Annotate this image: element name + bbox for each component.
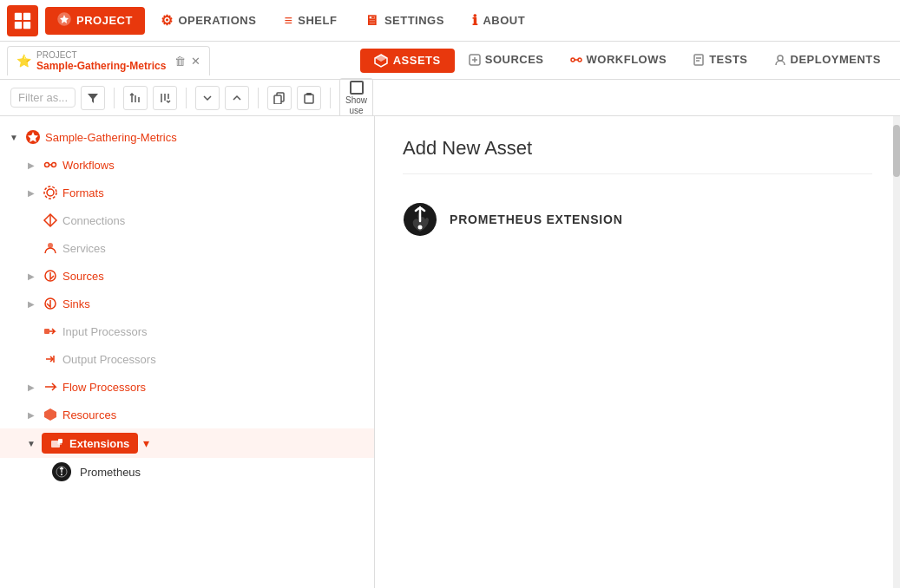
formats-icon xyxy=(42,184,59,201)
operations-icon: ⚙ xyxy=(161,12,174,29)
delete-project-icon[interactable]: 🗑 xyxy=(174,55,186,68)
close-project-icon[interactable]: ✕ xyxy=(191,55,200,68)
services-label: Services xyxy=(62,242,106,255)
svg-point-9 xyxy=(571,58,575,62)
arrow-down-button[interactable] xyxy=(195,86,220,110)
toolbar: Filter as... xyxy=(0,80,900,116)
flow-processors-label: Flow Processors xyxy=(62,381,146,394)
root-star-icon xyxy=(24,128,42,146)
move-down-icon xyxy=(201,92,214,104)
svg-marker-7 xyxy=(375,55,387,62)
sources-tab-icon xyxy=(469,54,481,66)
filter-input[interactable]: Filter as... xyxy=(10,88,76,108)
filter-funnel-button[interactable] xyxy=(81,86,105,110)
sinks-label: Sinks xyxy=(62,297,90,310)
connections-label: Connections xyxy=(62,214,125,227)
top-nav: PROJECT ⚙ OPERATIONS ≡ SHELF 🖥 SETTINGS … xyxy=(0,0,900,42)
sidebar-item-root[interactable]: ▼ Sample-Gathering-Metrics xyxy=(0,123,374,151)
sidebar-item-prometheus[interactable]: Prometheus xyxy=(0,458,374,486)
show-use-label: Show xyxy=(345,95,367,105)
flow-processors-icon xyxy=(42,378,59,395)
sidebar-item-workflows[interactable]: ▶ Workflows xyxy=(0,151,374,179)
extensions-chevron-icon: ▼ xyxy=(24,436,38,450)
svg-rect-11 xyxy=(694,55,703,65)
nav-operations-button[interactable]: ⚙ OPERATIONS xyxy=(148,7,269,34)
svg-point-10 xyxy=(578,58,581,62)
extensions-arrow-icon[interactable]: ▾ xyxy=(143,436,149,450)
svg-rect-2 xyxy=(15,21,22,28)
copy-button[interactable] xyxy=(267,86,292,110)
workflows-icon xyxy=(42,156,59,173)
flow-processors-chevron-icon: ▶ xyxy=(24,380,38,394)
tests-tab-icon xyxy=(693,54,705,66)
nav-project-button[interactable]: PROJECT xyxy=(45,7,145,35)
arrow-up-button[interactable] xyxy=(225,86,249,110)
app-logo[interactable] xyxy=(7,5,38,36)
nav-operations-label: OPERATIONS xyxy=(178,14,256,27)
svg-point-12 xyxy=(778,56,783,61)
sidebar-item-services[interactable]: Services xyxy=(0,234,374,262)
content-area: Add New Asset PROMETHEUS EXTENSION xyxy=(375,116,900,588)
sidebar-item-output-processors[interactable]: Output Processors xyxy=(0,345,374,373)
svg-rect-39 xyxy=(58,439,62,443)
sort-asc-button[interactable] xyxy=(123,86,148,110)
sidebar-item-connections[interactable]: Connections xyxy=(0,206,374,234)
sidebar-item-flow-processors[interactable]: ▶ Flow Processors xyxy=(0,373,374,401)
project-tab[interactable]: ⭐ PROJECT Sample-Gathering-Metrics 🗑 ✕ xyxy=(7,46,210,75)
nav-about-button[interactable]: ℹ ABOUT xyxy=(460,7,537,34)
deployments-tab[interactable]: DEPLOYMENTS xyxy=(762,48,893,73)
workflows-tab[interactable]: WORKFLOWS xyxy=(558,48,680,73)
sidebar-item-resources[interactable]: ▶ Resources xyxy=(0,401,374,428)
svg-point-27 xyxy=(52,163,56,167)
prometheus-extension-icon xyxy=(403,202,437,237)
scrollbar-thumb[interactable] xyxy=(893,125,900,177)
resources-chevron-icon: ▶ xyxy=(24,408,38,421)
assets-tab-label: ASSETS xyxy=(393,54,441,67)
content-title: Add New Asset xyxy=(403,137,872,174)
nav-shelf-button[interactable]: ≡ SHELF xyxy=(272,8,349,34)
main-layout: ▼ Sample-Gathering-Metrics ▶ Workflows xyxy=(0,116,900,588)
sidebar-item-input-processors[interactable]: Input Processors xyxy=(0,317,374,345)
paste-button[interactable] xyxy=(297,86,321,110)
sort-desc-button[interactable] xyxy=(153,86,177,110)
sidebar-item-sinks[interactable]: ▶ Sinks xyxy=(0,290,374,317)
svg-point-29 xyxy=(44,186,56,199)
sort-asc-icon xyxy=(129,92,141,104)
svg-point-26 xyxy=(45,163,49,167)
paste-icon xyxy=(303,92,315,104)
sidebar-item-sources[interactable]: ▶ Sources xyxy=(0,262,374,290)
sources-tab-label: SOURCES xyxy=(485,53,544,66)
workflows-tab-label: WORKFLOWS xyxy=(587,53,667,66)
svg-marker-37 xyxy=(44,408,56,421)
prometheus-extension-title: PROMETHEUS EXTENSION xyxy=(450,212,623,226)
copy-icon xyxy=(273,92,286,104)
show-use-button[interactable]: Show use xyxy=(339,78,373,118)
funnel-icon xyxy=(87,92,99,104)
svg-point-32 xyxy=(48,243,53,248)
sidebar-item-extensions[interactable]: ▼ Extensions ▾ xyxy=(0,428,374,458)
deployments-tab-icon xyxy=(774,54,786,66)
nav-project-label: PROJECT xyxy=(76,14,133,27)
workflows-chevron-icon: ▶ xyxy=(24,158,38,172)
input-processors-label: Input Processors xyxy=(62,325,148,338)
svg-rect-3 xyxy=(23,21,30,28)
deployments-tab-label: DEPLOYMENTS xyxy=(791,53,881,66)
tests-tab[interactable]: TESTS xyxy=(680,48,759,73)
scrollbar-track[interactable] xyxy=(893,116,900,588)
assets-tab-button[interactable]: ASSETS xyxy=(360,49,455,73)
sidebar: ▼ Sample-Gathering-Metrics ▶ Workflows xyxy=(0,116,375,588)
svg-rect-1 xyxy=(23,12,30,19)
settings-icon: 🖥 xyxy=(365,13,379,29)
svg-point-41 xyxy=(61,474,62,475)
svg-rect-0 xyxy=(15,12,22,19)
show-use-label2: use xyxy=(350,106,364,115)
sub-nav: ⭐ PROJECT Sample-Gathering-Metrics 🗑 ✕ A… xyxy=(0,42,900,80)
sidebar-item-formats[interactable]: ▶ Formats xyxy=(0,179,374,206)
prometheus-extension-card[interactable]: PROMETHEUS EXTENSION xyxy=(403,192,872,247)
move-up-icon xyxy=(231,92,243,104)
toolbar-separator-3 xyxy=(258,88,259,108)
resources-label: Resources xyxy=(62,408,116,421)
sources-tab[interactable]: SOURCES xyxy=(457,48,556,73)
nav-settings-button[interactable]: 🖥 SETTINGS xyxy=(352,8,457,34)
sort-desc-icon xyxy=(159,92,171,104)
